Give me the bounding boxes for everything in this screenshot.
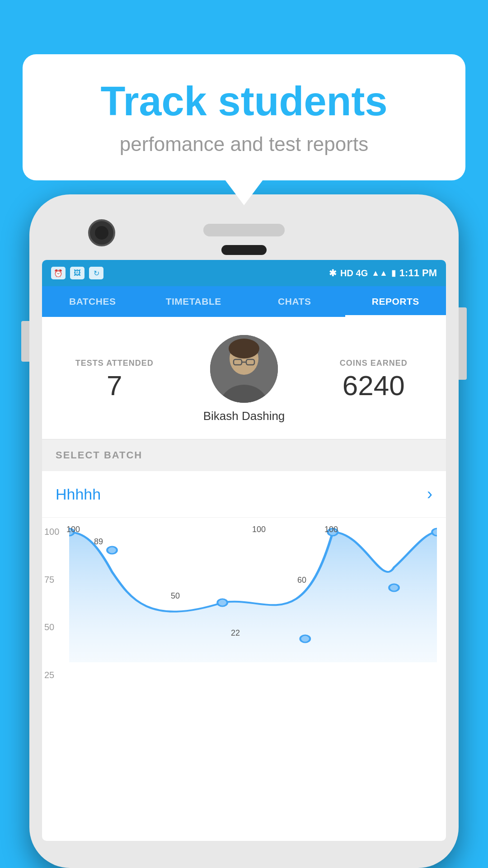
phone-camera [88, 219, 115, 246]
coins-earned-value: 6240 [314, 372, 432, 400]
data-label-22: 22 [231, 628, 240, 638]
y-label-100: 100 [44, 527, 59, 537]
y-label-25: 25 [44, 670, 59, 680]
svg-point-2 [229, 339, 259, 359]
data-label-50: 50 [171, 591, 180, 601]
batch-row[interactable]: Hhhhh › [42, 471, 446, 518]
svg-point-12 [389, 584, 399, 591]
phone-side-button-left [21, 321, 29, 362]
tests-attended-value: 7 [56, 372, 174, 400]
svg-point-10 [300, 635, 310, 642]
image-icon: 🖼 [70, 267, 84, 279]
tab-timetable[interactable]: TIMETABLE [143, 286, 244, 317]
svg-point-8 [107, 547, 117, 554]
tab-batches[interactable]: BATCHES [42, 286, 143, 317]
select-batch-header: SELECT BATCH [42, 439, 446, 471]
status-time: 1:11 PM [399, 267, 437, 279]
avatar [210, 335, 278, 403]
chart-container: 100 75 50 25 [69, 527, 437, 680]
tab-chats[interactable]: CHATS [244, 286, 345, 317]
phone-wrapper: ⏰ 🖼 ↻ ✱ HD 4G ▲▲ ▮ 1:11 PM BATCHES [29, 194, 459, 868]
data-label-100b: 100 [252, 525, 266, 534]
y-label-75: 75 [44, 575, 59, 585]
status-icons-left: ⏰ 🖼 ↻ [51, 267, 103, 279]
chart-area: 100 75 50 25 [42, 518, 446, 680]
coins-earned-label: COINS EARNED [314, 359, 432, 368]
chevron-right-icon: › [427, 485, 432, 504]
data-label-89: 89 [94, 537, 103, 547]
select-batch-label: SELECT BATCH [56, 449, 432, 461]
svg-point-13 [432, 528, 437, 536]
phone-side-button-right [459, 307, 467, 380]
y-axis: 100 75 50 25 [44, 527, 59, 680]
status-bar: ⏰ 🖼 ↻ ✱ HD 4G ▲▲ ▮ 1:11 PM [42, 260, 446, 286]
y-label-50: 50 [44, 622, 59, 632]
profile-section: TESTS ATTENDED 7 [42, 317, 446, 439]
bubble-title: Track students [54, 79, 434, 124]
bubble-subtitle: perfomance and test reports [54, 133, 434, 156]
status-icons-right: ✱ HD 4G ▲▲ ▮ 1:11 PM [329, 267, 437, 279]
signal-icon: ▲▲ [371, 269, 388, 278]
phone-screen: ⏰ 🖼 ↻ ✱ HD 4G ▲▲ ▮ 1:11 PM BATCHES [42, 260, 446, 841]
bluetooth-icon: ✱ [329, 268, 337, 278]
phone-speaker [203, 224, 285, 236]
batch-name: Hhhhh [56, 486, 101, 503]
tests-attended-label: TESTS ATTENDED [56, 359, 174, 368]
clock-icon: ⏰ [51, 267, 66, 279]
data-label-60: 60 [297, 576, 306, 585]
tab-bar: BATCHES TIMETABLE CHATS REPORTS [42, 286, 446, 317]
data-label-100c: 100 [324, 525, 338, 534]
sync-icon: ↻ [89, 267, 103, 279]
speech-bubble: Track students perfomance and test repor… [23, 54, 465, 180]
profile-name: Bikash Dashing [203, 409, 285, 423]
coins-earned-block: COINS EARNED 6240 [314, 359, 432, 400]
svg-point-9 [217, 599, 227, 606]
network-label: HD 4G [340, 268, 368, 278]
tests-attended-block: TESTS ATTENDED 7 [56, 359, 174, 400]
phone-earpiece [221, 245, 267, 255]
data-label-100a: 100 [66, 525, 80, 534]
phone-body: ⏰ 🖼 ↻ ✱ HD 4G ▲▲ ▮ 1:11 PM BATCHES [29, 194, 459, 868]
profile-center: Bikash Dashing [174, 335, 315, 423]
tab-reports[interactable]: REPORTS [345, 286, 446, 317]
chart-svg [69, 527, 437, 662]
battery-icon: ▮ [391, 268, 396, 278]
